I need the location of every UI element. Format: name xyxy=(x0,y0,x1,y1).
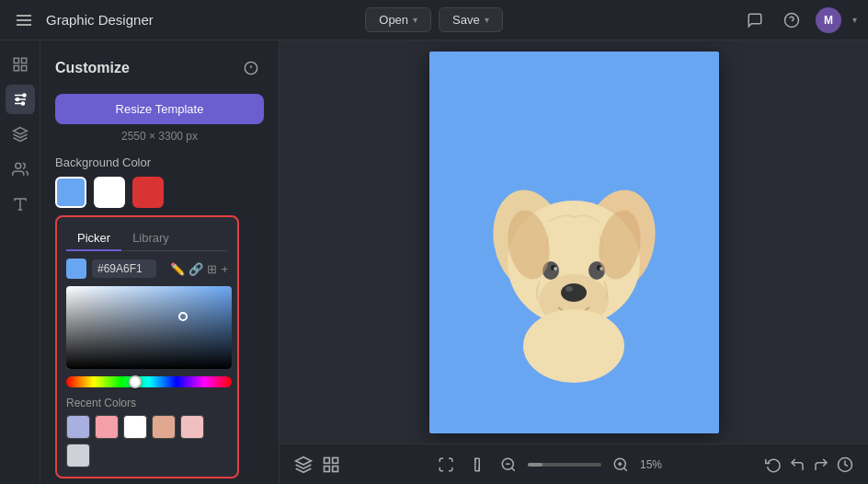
recent-swatch-0[interactable] xyxy=(66,415,90,439)
history-button[interactable] xyxy=(837,456,853,473)
zoom-out-button[interactable] xyxy=(497,453,520,477)
zoom-slider[interactable] xyxy=(528,463,601,467)
link-icon-button[interactable]: 🔗 xyxy=(188,262,203,276)
svg-line-42 xyxy=(511,467,514,470)
hue-thumb[interactable] xyxy=(129,375,142,388)
svg-rect-4 xyxy=(14,66,18,71)
zoom-fill xyxy=(528,463,542,467)
hex-icons: ✏️ 🔗 ⊞ + xyxy=(170,262,228,276)
save-chevron-icon: ▾ xyxy=(485,15,489,25)
recent-swatch-5[interactable] xyxy=(66,444,90,467)
recent-swatch-1[interactable] xyxy=(95,415,119,439)
recent-colors xyxy=(66,415,228,467)
svg-point-31 xyxy=(523,309,624,383)
canvas-viewport[interactable] xyxy=(280,40,868,444)
hue-slider-wrap xyxy=(66,376,228,387)
svg-rect-5 xyxy=(21,66,26,71)
people-icon-button[interactable] xyxy=(6,155,35,184)
gradient-picker[interactable] xyxy=(66,286,232,369)
svg-rect-37 xyxy=(325,466,330,471)
svg-point-23 xyxy=(561,283,587,302)
svg-point-29 xyxy=(554,267,557,271)
hamburger-icon xyxy=(17,15,31,26)
svg-point-11 xyxy=(21,102,24,105)
customize-icon-button[interactable] xyxy=(6,85,35,114)
icon-bar xyxy=(0,40,40,484)
panel-header: Customize xyxy=(55,55,264,81)
hex-color-preview xyxy=(66,259,86,279)
recent-colors-label: Recent Colors xyxy=(66,397,228,409)
add-color-button[interactable]: + xyxy=(221,262,228,276)
recent-swatch-3[interactable] xyxy=(152,415,176,439)
topbar: Graphic Designer Open ▾ Save ▾ M ▾ xyxy=(0,0,868,40)
open-button[interactable]: Open ▾ xyxy=(365,7,431,32)
template-size: 2550 × 3300 px xyxy=(55,130,264,143)
avatar-chevron-icon: ▾ xyxy=(852,15,857,25)
svg-rect-36 xyxy=(333,457,338,463)
app-title: Graphic Designer xyxy=(46,12,154,28)
topbar-center: Open ▾ Save ▾ xyxy=(293,7,576,32)
svg-rect-2 xyxy=(14,58,18,63)
library-tab[interactable]: Library xyxy=(121,226,180,251)
bottom-left-tools xyxy=(294,455,340,474)
color-swatches xyxy=(55,177,264,208)
text-icon-button[interactable] xyxy=(6,190,35,219)
svg-rect-3 xyxy=(21,58,26,63)
svg-marker-12 xyxy=(13,128,27,135)
svg-rect-38 xyxy=(333,466,338,471)
fit-screen-button[interactable] xyxy=(434,453,458,477)
zoom-in-button[interactable] xyxy=(609,453,633,477)
color-swatch-red[interactable] xyxy=(132,177,164,208)
crop-button[interactable] xyxy=(465,453,489,477)
refresh-icon-button[interactable] xyxy=(765,456,782,473)
topbar-left: Graphic Designer xyxy=(11,7,293,33)
add-icon-button[interactable] xyxy=(6,50,35,79)
hex-row: ✏️ 🔗 ⊞ + xyxy=(66,259,228,279)
picker-tab[interactable]: Picker xyxy=(66,226,121,251)
open-chevron-icon: ▾ xyxy=(413,15,417,25)
side-panel: Customize Resize Template 2550 × 3300 px… xyxy=(40,40,280,484)
bottom-bar: 15% xyxy=(280,444,868,484)
layers-icon-button[interactable] xyxy=(6,120,35,149)
color-swatch-blue[interactable] xyxy=(55,177,86,208)
color-swatch-white[interactable] xyxy=(94,177,125,208)
color-picker-popup: Picker Library ✏️ 🔗 ⊞ + xyxy=(55,215,239,478)
zoom-controls: 15% xyxy=(434,453,671,477)
svg-point-24 xyxy=(565,286,573,292)
resize-template-button[interactable]: Resize Template xyxy=(55,94,264,124)
canvas-document xyxy=(429,52,719,433)
gradient-cursor[interactable] xyxy=(178,312,188,321)
main-area: Customize Resize Template 2550 × 3300 px… xyxy=(0,40,868,484)
grid-bottom-button[interactable] xyxy=(322,455,340,474)
hamburger-menu-button[interactable] xyxy=(11,7,37,33)
svg-point-10 xyxy=(16,98,18,101)
svg-line-45 xyxy=(623,467,626,470)
canvas-area: 15% xyxy=(280,40,868,484)
redo-button[interactable] xyxy=(813,456,829,473)
help-icon-button[interactable] xyxy=(779,7,805,33)
picker-tabs: Picker Library xyxy=(66,226,228,251)
layers-bottom-button[interactable] xyxy=(294,455,313,474)
svg-rect-35 xyxy=(325,457,330,463)
undo-button[interactable] xyxy=(789,456,805,473)
hue-slider[interactable] xyxy=(66,376,232,387)
panel-title: Customize xyxy=(55,60,130,76)
hex-input[interactable] xyxy=(92,259,156,278)
svg-point-13 xyxy=(15,163,20,168)
chat-icon-button[interactable] xyxy=(742,7,768,33)
recent-swatch-2[interactable] xyxy=(123,415,147,439)
recent-swatch-4[interactable] xyxy=(180,415,204,439)
grid-icon-button[interactable]: ⊞ xyxy=(207,262,217,276)
save-button[interactable]: Save ▾ xyxy=(439,7,503,32)
info-icon-button[interactable] xyxy=(238,55,264,81)
topbar-right: M ▾ xyxy=(575,7,857,33)
bg-color-label: Background Color xyxy=(55,156,264,169)
eyedropper-icon-button[interactable]: ✏️ xyxy=(170,262,185,276)
zoom-level: 15% xyxy=(640,458,671,471)
svg-marker-34 xyxy=(296,456,312,464)
bottom-right-actions xyxy=(765,456,853,473)
dog-illustration xyxy=(429,52,719,433)
svg-point-9 xyxy=(23,94,26,97)
avatar[interactable]: M xyxy=(816,7,841,33)
